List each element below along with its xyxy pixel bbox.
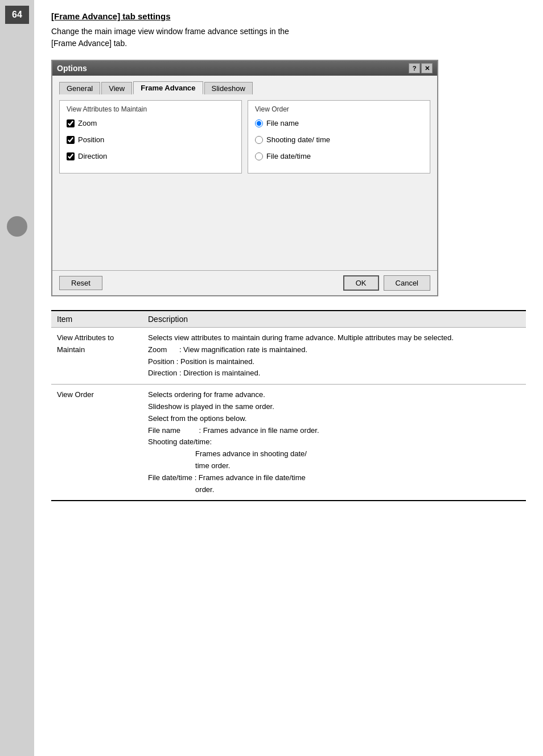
filename-label: File name <box>266 119 299 127</box>
options-dialog: Options ? ✕ General View Frame Advance S… <box>51 60 438 296</box>
sidebar-circle <box>7 216 27 237</box>
ok-button[interactable]: OK <box>343 275 379 291</box>
radio-filename: File name <box>255 119 423 127</box>
dialog-body: General View Frame Advance Slideshow Vie… <box>52 76 437 270</box>
row2-item: View Order <box>51 385 142 501</box>
shootingdate-radio[interactable] <box>255 136 263 144</box>
zoom-checkbox[interactable] <box>67 119 75 127</box>
zoom-label: Zoom <box>78 119 97 127</box>
filedate-label: File date/time <box>266 152 311 160</box>
close-button[interactable]: ✕ <box>421 63 433 73</box>
table-row: View Attributes toMaintain Selects view … <box>51 328 526 385</box>
info-table: Item Description View Attributes toMaint… <box>51 310 526 501</box>
row1-desc: Selects view attributes to maintain duri… <box>142 328 526 385</box>
direction-label: Direction <box>78 152 107 160</box>
dialog-title: Options <box>57 64 87 73</box>
filename-radio[interactable] <box>255 119 263 127</box>
row2-desc: Selects ordering for frame advance. Slid… <box>142 385 526 501</box>
footer-right-buttons: OK Cancel <box>343 275 430 291</box>
panel-order: View Order File name Shooting date/ time… <box>248 100 430 173</box>
panel-order-title: View Order <box>255 105 423 113</box>
checkbox-position: Position <box>67 135 235 144</box>
tab-slideshow[interactable]: Slideshow <box>204 82 253 94</box>
shootingdate-label: Shooting date/ time <box>266 135 330 144</box>
panel-attributes-title: View Attributes to Maintain <box>67 105 235 113</box>
section-title: [Frame Advance] tab settings <box>51 11 526 21</box>
table-row: View Order Selects ordering for frame ad… <box>51 385 526 501</box>
dialog-footer: Reset OK Cancel <box>52 270 437 295</box>
tab-general[interactable]: General <box>59 82 100 94</box>
tab-frame-advance[interactable]: Frame Advance <box>133 81 203 94</box>
checkbox-zoom: Zoom <box>67 119 235 127</box>
tab-view[interactable]: View <box>101 82 132 94</box>
page-number: 64 <box>5 6 29 24</box>
help-button[interactable]: ? <box>409 63 420 73</box>
filedate-radio[interactable] <box>255 152 263 160</box>
checkbox-direction: Direction <box>67 152 235 160</box>
section-desc: Change the main image view window frame … <box>51 26 526 49</box>
dialog-panels: View Attributes to Maintain Zoom Positio… <box>59 100 430 173</box>
cancel-button[interactable]: Cancel <box>384 275 430 291</box>
radio-filedate: File date/time <box>255 152 423 160</box>
dialog-titlebar: Options ? ✕ <box>52 61 437 76</box>
dialog-titlebar-buttons: ? ✕ <box>409 63 433 73</box>
dialog-spacer <box>59 173 430 265</box>
position-checkbox[interactable] <box>67 136 75 144</box>
col-header-item: Item <box>51 311 142 328</box>
direction-checkbox[interactable] <box>67 152 75 160</box>
main-content: [Frame Advance] tab settings Change the … <box>34 0 543 756</box>
radio-shootingdate: Shooting date/ time <box>255 135 423 144</box>
reset-button[interactable]: Reset <box>59 276 102 290</box>
col-header-desc: Description <box>142 311 526 328</box>
tabs-row: General View Frame Advance Slideshow <box>59 81 430 94</box>
left-sidebar: 64 <box>0 0 34 756</box>
position-label: Position <box>78 135 104 144</box>
row1-item: View Attributes toMaintain <box>51 328 142 385</box>
panel-attributes: View Attributes to Maintain Zoom Positio… <box>59 100 242 173</box>
